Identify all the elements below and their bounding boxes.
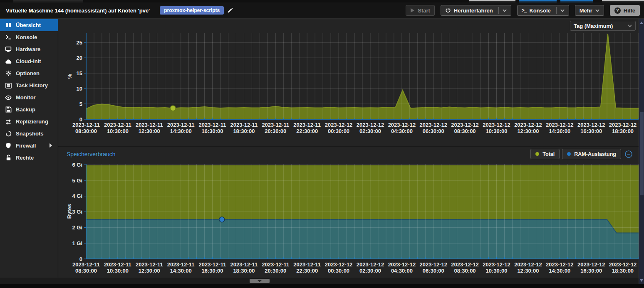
sidebar-item-replizierung[interactable]: Replizierung	[0, 116, 58, 128]
svg-text:2023-12-1200:30:00: 2023-12-1200:30:00	[325, 261, 353, 274]
svg-text:2023-12-1108:30:00: 2023-12-1108:30:00	[72, 122, 100, 134]
svg-text:4 Gi: 4 Gi	[72, 193, 82, 199]
svg-text:2023-12-1204:30:00: 2023-12-1204:30:00	[388, 261, 416, 274]
memory-usage-chart-canvas: 01 Gi2 Gi3 Gi4 Gi5 Gi6 GiBytes2023-12-11…	[58, 161, 639, 277]
sidebar-item--bersicht[interactable]: Übersicht	[0, 19, 58, 31]
collapse-panel-icon[interactable]	[624, 150, 633, 158]
svg-text:6 Gi: 6 Gi	[72, 162, 82, 168]
svg-text:2023-12-1110:30:00: 2023-12-1110:30:00	[104, 261, 131, 274]
svg-text:2023-12-1110:30:00: 2023-12-1110:30:00	[104, 122, 131, 134]
button-separator	[556, 7, 557, 14]
sidebar-item-firewall[interactable]: Firewall	[0, 140, 58, 152]
proxmox-vm-overview-page: Virtuelle Maschine 144 (homeassistant) a…	[0, 0, 644, 288]
sidebar-item-rechte[interactable]: Rechte	[0, 152, 58, 164]
chevron-down-icon[interactable]	[503, 9, 507, 12]
svg-text:2023-12-1202:30:00: 2023-12-1202:30:00	[357, 261, 384, 274]
legend-item-ram-auslastung[interactable]: RAM-Auslastung	[562, 149, 621, 159]
start-button[interactable]: Start	[406, 5, 435, 16]
svg-text:2023-12-1208:30:00: 2023-12-1208:30:00	[451, 261, 479, 274]
scrollbar-thumb[interactable]	[640, 112, 644, 195]
legend-item-total[interactable]: Total	[530, 149, 560, 159]
scroll-down-icon[interactable]	[640, 279, 643, 282]
sidebar-item-optionen[interactable]: Optionen	[0, 67, 58, 79]
sidebar-item-backup[interactable]: Backup	[0, 103, 58, 116]
page-title: Virtuelle Maschine 144 (homeassistant) a…	[6, 7, 150, 14]
sidebar-item-label: Cloud-Init	[16, 58, 41, 64]
shutdown-button-label: Herunterfahren	[454, 7, 493, 14]
svg-text:2023-12-1204:30:00: 2023-12-1204:30:00	[388, 122, 416, 134]
edit-tags-pencil-icon[interactable]	[227, 7, 233, 13]
vm-nav-sidebar: ÜbersichtKonsoleHardwareCloud-InitOption…	[0, 19, 58, 278]
sidebar-item-label: Optionen	[16, 70, 40, 76]
more-button[interactable]: Mehr	[575, 5, 604, 16]
splitter-handle[interactable]	[250, 279, 270, 283]
svg-text:2023-12-1200:30:00: 2023-12-1200:30:00	[325, 122, 353, 134]
time-range-select[interactable]: Tag (Maximum)	[570, 21, 636, 31]
power-icon	[445, 7, 451, 13]
legend-dot-icon	[567, 152, 571, 156]
eye-icon	[5, 94, 12, 101]
sidebar-item-task-history[interactable]: Task History	[0, 79, 58, 91]
sidebar-item-snapshots[interactable]: Snapshots	[0, 128, 58, 140]
sidebar-item-hardware[interactable]: Hardware	[0, 43, 58, 55]
svg-text:2023-12-1122:30:00: 2023-12-1122:30:00	[293, 122, 321, 134]
book-icon	[5, 22, 12, 29]
svg-text:2023-12-1114:30:00: 2023-12-1114:30:00	[167, 261, 195, 274]
caret-right-icon[interactable]	[50, 143, 52, 149]
sidebar-item-label: Replizierung	[16, 118, 48, 125]
monitor-icon	[5, 46, 12, 53]
sidebar-item-label: Konsole	[16, 34, 37, 40]
svg-text:2023-12-1210:30:00: 2023-12-1210:30:00	[483, 261, 510, 274]
sidebar-item-label: Snapshots	[16, 130, 43, 137]
sidebar-item-label: Firewall	[16, 143, 36, 149]
overview-panel: Tag (Maximum) 0510152025%2023-12-1108:30…	[58, 19, 639, 278]
cloud-icon	[5, 58, 12, 65]
svg-text:15: 15	[77, 70, 82, 76]
time-range-value: Tag (Maximum)	[574, 23, 613, 29]
svg-text:3 Gi: 3 Gi	[72, 209, 82, 215]
sidebar-item-konsole[interactable]: Konsole	[0, 31, 58, 43]
memory-chart-legend: TotalRAM-Auslastung	[530, 149, 621, 159]
svg-text:2023-12-1218:30:00: 2023-12-1218:30:00	[609, 261, 637, 274]
svg-text:2023-12-1212:30:00: 2023-12-1212:30:00	[514, 261, 542, 274]
svg-text:2023-12-1214:30:00: 2023-12-1214:30:00	[546, 122, 574, 134]
shutdown-button[interactable]: Herunterfahren	[441, 5, 511, 16]
start-button-label: Start	[418, 7, 430, 14]
memory-chart-header: Speicherverbrauch TotalRAM-Auslastung	[58, 146, 639, 161]
svg-text:2023-12-1114:30:00: 2023-12-1114:30:00	[167, 122, 195, 134]
svg-text:2023-12-1218:30:00: 2023-12-1218:30:00	[609, 122, 637, 134]
help-button-label: Hilfe	[624, 7, 635, 14]
console-button-label: Konsole	[529, 7, 550, 14]
svg-text:2023-12-1212:30:00: 2023-12-1212:30:00	[514, 122, 542, 134]
play-icon	[410, 8, 415, 13]
collapsed-bottom-panel	[0, 284, 644, 288]
chevron-down-icon[interactable]	[560, 9, 565, 12]
scroll-up-icon[interactable]	[640, 22, 643, 24]
svg-text:2023-12-1214:30:00: 2023-12-1214:30:00	[546, 261, 574, 274]
sidebar-item-label: Übersicht	[16, 22, 41, 28]
svg-text:10: 10	[77, 86, 82, 92]
sidebar-item-label: Monitor	[16, 94, 36, 101]
bottom-panel-splitter	[0, 278, 644, 284]
question-icon: ?	[614, 7, 621, 14]
svg-text:2023-12-1120:30:00: 2023-12-1120:30:00	[262, 261, 289, 274]
svg-text:2023-12-1108:30:00: 2023-12-1108:30:00	[72, 261, 100, 274]
history-icon	[5, 130, 12, 137]
cpu-usage-chart: 0510152025%2023-12-1108:30:002023-12-111…	[58, 32, 639, 143]
console-button[interactable]: >_ Konsole	[517, 5, 569, 16]
memory-chart-title: Speicherverbrauch	[67, 151, 530, 158]
vm-tag-badge: proxmox-helper-scripts	[160, 6, 224, 15]
unlock-icon	[5, 155, 12, 161]
help-button[interactable]: ? Hilfe	[610, 5, 640, 16]
gear-icon	[5, 70, 12, 77]
list-icon	[5, 82, 12, 89]
sidebar-item-cloud-init[interactable]: Cloud-Init	[0, 55, 58, 67]
vm-header-bar: Virtuelle Maschine 144 (homeassistant) a…	[0, 2, 644, 19]
more-button-label: Mehr	[580, 7, 592, 14]
sidebar-item-monitor[interactable]: Monitor	[0, 91, 58, 103]
svg-text:2 Gi: 2 Gi	[72, 224, 82, 231]
svg-text:2023-12-1112:30:00: 2023-12-1112:30:00	[136, 122, 163, 134]
svg-text:2023-12-1118:30:00: 2023-12-1118:30:00	[230, 122, 258, 134]
svg-text:2023-12-1120:30:00: 2023-12-1120:30:00	[262, 122, 289, 134]
terminal-icon: >_	[522, 7, 527, 13]
